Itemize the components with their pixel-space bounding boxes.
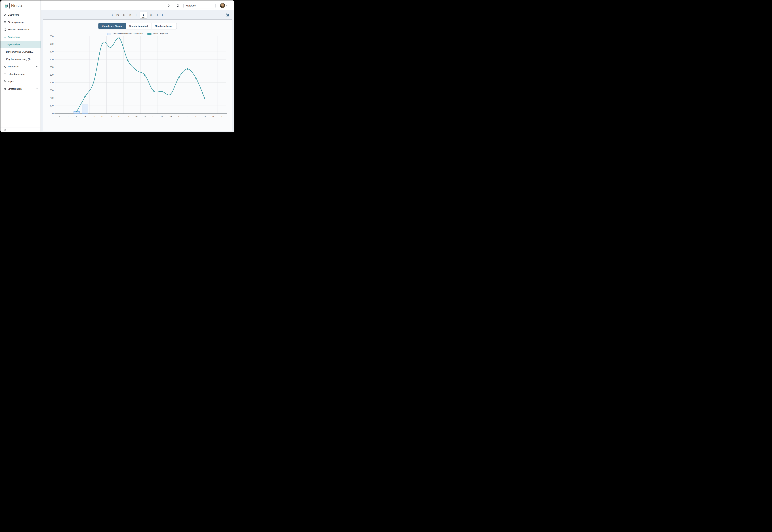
sidebar-item-label: Ergebnisauswertung (Tagesau... <box>6 58 35 60</box>
sidebar-item-label: Benchmarking (Auswertung) <box>6 50 35 53</box>
topbar: Karlsruhe <box>41 0 234 10</box>
svg-text:13: 13 <box>118 115 121 118</box>
date-option[interactable]: 31 <box>128 14 132 16</box>
brand-divider <box>9 3 10 8</box>
sidebar-item-label: Erfasste Arbeitszeiten <box>8 28 30 31</box>
analytics-icon <box>4 35 7 38</box>
svg-text:14: 14 <box>126 115 129 118</box>
date-option[interactable]: 3 <box>149 14 153 16</box>
user-menu-chevron-icon[interactable] <box>226 4 229 7</box>
sidebar-item-auswertung[interactable]: Auswertung <box>0 33 40 40</box>
sidebar-item-einstellungen[interactable]: Einstellungen <box>0 85 40 92</box>
prev-day-chevron-left-icon[interactable] <box>111 14 114 16</box>
svg-text:15: 15 <box>135 115 138 118</box>
sidebar-item-label: Lohnabrechnung <box>8 73 25 75</box>
sidebar-item-label: Einsatzplanung <box>8 21 24 23</box>
sidebar-item-lohnabrechnung[interactable]: Lohnabrechnung <box>0 71 40 77</box>
revenue-per-hour-chart: 0100200300400500600700800900100067891011… <box>43 20 232 130</box>
calendar-clock-icon[interactable] <box>225 13 229 17</box>
collapse-sidebar-icon[interactable] <box>3 128 6 131</box>
svg-text:300: 300 <box>50 89 54 91</box>
dashboard-icon <box>4 13 7 16</box>
selected-day: 2 <box>140 14 147 17</box>
svg-text:0: 0 <box>52 112 54 115</box>
main-area: Karlsruhe 2930311Fr2Feb34 Umsatz pro Stu… <box>41 0 234 132</box>
date-navigation-bar: 2930311Fr2Feb34 <box>41 10 234 19</box>
date-option[interactable]: 4 <box>155 14 159 16</box>
svg-text:8: 8 <box>76 115 77 118</box>
svg-text:800: 800 <box>50 50 54 53</box>
chevron-down-icon <box>36 65 38 68</box>
users-icon <box>4 65 7 68</box>
svg-text:12: 12 <box>109 115 112 118</box>
calendar-clock-icon <box>225 13 229 17</box>
user-avatar[interactable] <box>220 3 225 8</box>
svg-text:100: 100 <box>50 104 54 107</box>
svg-text:22: 22 <box>195 115 197 118</box>
window-frame: n n Nesto DashboardEinsatzplanungErfasst… <box>0 0 235 133</box>
sidebar-item-label: Tagesanalyse <box>6 43 20 46</box>
notifications-bell-icon[interactable] <box>167 4 170 7</box>
next-day-chevron-right-icon[interactable] <box>161 14 164 16</box>
svg-text:16: 16 <box>144 115 146 118</box>
brand-logo[interactable]: n n Nesto <box>4 2 22 9</box>
collapse-sidebar-icon <box>3 128 6 131</box>
sidebar-item-benchmarking-auswertung[interactable]: Benchmarking (Auswertung) <box>0 48 40 55</box>
svg-text:21: 21 <box>186 115 189 118</box>
svg-text:17: 17 <box>152 115 155 118</box>
chevron-up-icon <box>36 36 38 38</box>
sidebar-item-label: Export <box>8 80 14 83</box>
sidebar-item-erfasste-arbeitszeiten[interactable]: Erfasste Arbeitszeiten <box>0 26 40 33</box>
location-select-value: Karlsruhe <box>186 4 211 7</box>
date-option[interactable]: 29 <box>115 14 120 16</box>
export-icon <box>4 80 7 83</box>
svg-text:23: 23 <box>203 115 206 118</box>
planning-icon <box>4 21 7 24</box>
sidebar-item-mitarbeiter[interactable]: Mitarbeiter <box>0 63 40 70</box>
sidebar-item-label: Auswertung <box>8 36 20 38</box>
chevron-down-icon <box>36 73 38 75</box>
date-option[interactable]: 30 <box>122 14 126 16</box>
svg-text:10: 10 <box>92 115 95 118</box>
sidebar-item-label: Dashboard <box>8 13 19 16</box>
svg-text:600: 600 <box>50 66 54 68</box>
brand-name: Nesto <box>11 3 22 8</box>
svg-text:700: 700 <box>50 58 54 61</box>
svg-text:1: 1 <box>221 115 222 118</box>
svg-text:19: 19 <box>169 115 172 118</box>
clock-icon <box>4 28 7 31</box>
svg-text:20: 20 <box>178 115 180 118</box>
sidebar-item-label: Einstellungen <box>8 87 22 90</box>
fullscreen-expand-icon[interactable] <box>177 4 180 7</box>
chevron-left-icon <box>111 14 114 16</box>
sidebar: n n Nesto DashboardEinsatzplanungErfasst… <box>0 0 41 132</box>
sidebar-item-tagesanalyse[interactable]: Tagesanalyse <box>0 41 40 48</box>
sidebar-item-label: Mitarbeiter <box>8 65 19 68</box>
date-option[interactable]: 1 <box>134 14 138 16</box>
sidebar-item-einsatzplanung[interactable]: Einsatzplanung <box>0 19 40 25</box>
svg-text:11: 11 <box>101 115 103 118</box>
svg-text:9: 9 <box>84 115 86 118</box>
wallet-icon <box>4 73 7 75</box>
brand-mark-icon: n n <box>4 3 9 9</box>
sidebar-item-export[interactable]: Export <box>0 78 40 85</box>
sidebar-nav: DashboardEinsatzplanungErfasste Arbeitsz… <box>0 11 40 93</box>
chevron-down-icon <box>36 21 38 23</box>
svg-text:18: 18 <box>161 115 163 118</box>
svg-text:400: 400 <box>50 81 54 84</box>
sidebar-item-dashboard[interactable]: Dashboard <box>0 11 40 18</box>
selected-date-card[interactable]: Fr2Feb <box>140 12 147 18</box>
svg-text:7: 7 <box>67 115 69 118</box>
chevron-down-icon <box>226 4 229 7</box>
sidebar-item-ergebnisauswertung-tagesau[interactable]: Ergebnisauswertung (Tagesau... <box>0 56 40 62</box>
chevron-down-icon <box>211 5 213 7</box>
brand-mark-dark: n <box>5 3 8 8</box>
selected-month: Feb <box>140 17 147 18</box>
svg-text:500: 500 <box>50 73 54 76</box>
chevron-down-icon <box>36 88 38 90</box>
svg-text:900: 900 <box>50 43 54 45</box>
settings-icon <box>4 87 7 90</box>
date-nav: 2930311Fr2Feb34 <box>111 10 164 19</box>
expand-icon <box>177 4 180 7</box>
location-select[interactable]: Karlsruhe <box>183 3 215 8</box>
